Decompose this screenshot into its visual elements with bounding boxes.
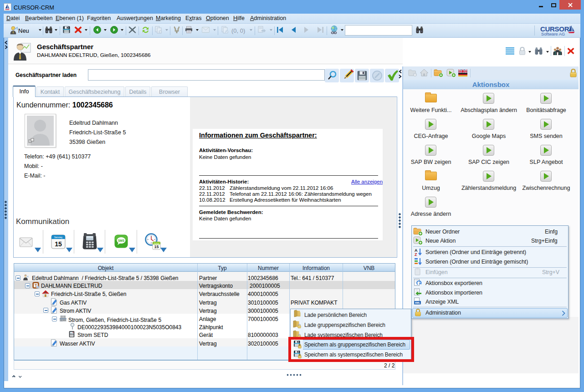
- svg-text:XML: XML: [415, 301, 420, 304]
- svg-text:15: 15: [154, 244, 159, 249]
- svg-text:15: 15: [55, 240, 62, 248]
- svg-text:SMS: SMS: [118, 239, 125, 242]
- svg-text:Samstag: Samstag: [54, 236, 62, 239]
- svg-text:Z: Z: [415, 252, 417, 257]
- svg-text:Freitag: Freitag: [154, 243, 159, 244]
